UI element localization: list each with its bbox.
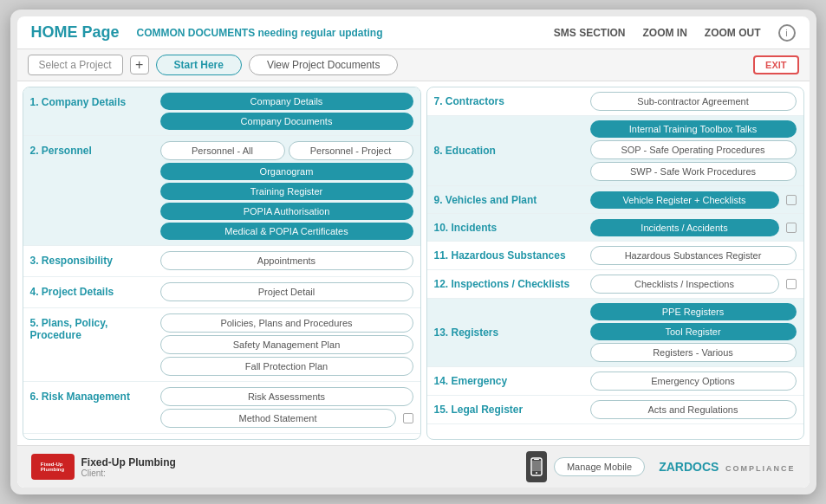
right-label-15: 15. Legal Register [434, 404, 590, 416]
section-company-details: 1. Company Details Company Details Compa… [23, 87, 420, 136]
right-buttons-11: Hazardous Substances Register [590, 246, 797, 265]
app-title: HOME Page [31, 23, 120, 42]
organogram-button[interactable]: Organogram [160, 163, 413, 180]
right-buttons-15: Acts and Regulations [590, 400, 797, 419]
svg-rect-2 [532, 461, 541, 471]
personnel-all-button[interactable]: Personnel - All [160, 141, 285, 160]
personnel-project-button[interactable]: Personnel - Project [289, 141, 413, 160]
section-vehicles-plant: 9. Vehicles and Plant Vehicle Register +… [427, 186, 803, 214]
company-documents-button[interactable]: Company Documents [160, 113, 413, 130]
emergency-options-button[interactable]: Emergency Options [590, 372, 797, 391]
medical-popia-button[interactable]: Medical & POPIA Certificates [160, 223, 413, 240]
svg-point-3 [536, 472, 537, 474]
section-label-5: 5. Plans, Policy, Procedure [30, 313, 160, 341]
add-project-button[interactable]: + [130, 55, 149, 74]
section-buttons-3: Appointments [160, 251, 413, 270]
incidents-indicator [786, 223, 797, 233]
right-buttons-14: Emergency Options [590, 372, 797, 391]
section-incidents: 10. Incidents Incidents / Accidents [427, 214, 803, 242]
policies-plans-button[interactable]: Policies, Plans and Procedures [160, 313, 413, 333]
right-label-11: 11. Hazardous Substances [434, 249, 590, 262]
incidents-accidents-button[interactable]: Incidents / Accidents [590, 219, 779, 236]
section-buttons-2: Personnel - All Personnel - Project Orga… [160, 141, 413, 240]
manage-mobile-button[interactable]: Manage Mobile [554, 457, 645, 476]
project-detail-button[interactable]: Project Detail [160, 282, 413, 301]
right-label-14: 14. Emergency [434, 375, 590, 387]
right-buttons-7: Sub-contractor Agreement [590, 92, 797, 111]
footer-mobile: Manage Mobile [526, 451, 645, 482]
right-label-9: 9. Vehicles and Plant [434, 194, 590, 206]
section-education: 8. Education Internal Training Toolbox T… [427, 116, 803, 186]
section-label-2: 2. Personnel [30, 141, 160, 157]
inspections-indicator [786, 279, 797, 289]
right-panel: 7. Contractors Sub-contractor Agreement … [426, 87, 804, 440]
company-logo: Fixed-UpPlumbing [31, 454, 75, 480]
section-buttons-5: Policies, Plans and Procedures Safety Ma… [160, 313, 413, 376]
right-label-8: 8. Education [434, 145, 590, 157]
hazardous-register-button[interactable]: Hazardous Substances Register [590, 246, 797, 265]
popia-authorisation-button[interactable]: POPIA Authorisation [160, 203, 413, 220]
section-label-1: 1. Company Details [30, 93, 160, 108]
method-statement-button[interactable]: Method Statement [160, 409, 396, 428]
zardocs-brand: ZARDOCS COMPLIANCE [659, 460, 795, 474]
common-docs-label: COMMON DOCUMENTS needing regular updatin… [137, 27, 383, 39]
right-buttons-13: PPE Registers Tool Register Registers - … [590, 303, 797, 362]
section-emergency: 14. Emergency Emergency Options [427, 367, 803, 396]
section-buttons-4: Project Detail [160, 282, 413, 301]
subcontractor-agreement-button[interactable]: Sub-contractor Agreement [590, 92, 797, 111]
vehicles-indicator [786, 195, 797, 205]
fall-protection-plan-button[interactable]: Fall Protection Plan [160, 357, 413, 376]
monitor: HOME Page COMMON DOCUMENTS needing regul… [10, 10, 816, 494]
header-bar: HOME Page COMMON DOCUMENTS needing regul… [17, 16, 810, 49]
client-label: Client: [81, 468, 176, 478]
project-select[interactable]: Select a Project [28, 55, 123, 75]
section-contractors: 7. Contractors Sub-contractor Agreement [427, 87, 803, 116]
section-personnel: 2. Personnel Personnel - All Personnel -… [23, 136, 420, 246]
internal-training-button[interactable]: Internal Training Toolbox Talks [590, 120, 797, 138]
content-area: 1. Company Details Company Details Compa… [17, 81, 810, 445]
info-icon[interactable]: i [778, 24, 796, 42]
zoom-in-button[interactable]: ZOOM IN [643, 27, 687, 39]
right-label-13: 13. Registers [434, 326, 590, 339]
right-label-10: 10. Incidents [434, 222, 590, 234]
right-label-12: 12. Inspections / Checklists [434, 278, 590, 290]
training-register-button[interactable]: Training Register [160, 183, 413, 200]
right-label-7: 7. Contractors [434, 95, 590, 107]
tab-view-project-docs[interactable]: View Project Documents [249, 55, 399, 75]
main-content: Select a Project + Start Here View Proje… [17, 49, 810, 488]
section-buttons-1: Company Details Company Documents [160, 93, 413, 130]
company-details-button[interactable]: Company Details [160, 93, 413, 110]
checklists-button[interactable]: Checklists / Inspections [590, 275, 779, 294]
exit-button[interactable]: EXIT [753, 55, 798, 74]
vehicle-register-button[interactable]: Vehicle Register + Checklists [590, 191, 779, 209]
section-label-6: 6. Risk Management [30, 387, 160, 403]
section-label-4: 4. Project Details [30, 282, 160, 298]
appointments-button[interactable]: Appointments [160, 251, 413, 270]
company-name: Fixed-Up Plumbing [81, 456, 176, 468]
mobile-phone-icon [526, 451, 547, 482]
section-project-details: 4. Project Details Project Detail [23, 277, 420, 308]
sms-section-label: SMS SECTION [554, 27, 626, 39]
left-panel: 1. Company Details Company Details Compa… [23, 87, 421, 440]
registers-various-button[interactable]: Registers - Various [590, 343, 797, 362]
tool-register-button[interactable]: Tool Register [590, 323, 797, 340]
zardocs-logo: ZARDOCS COMPLIANCE [659, 460, 795, 474]
method-statement-indicator [403, 413, 413, 423]
footer-bar: Fixed-UpPlumbing Fixed-Up Plumbing Clien… [17, 445, 810, 488]
section-label-3: 3. Responsibility [30, 251, 160, 267]
tab-start-here[interactable]: Start Here [156, 55, 242, 75]
zoom-out-button[interactable]: ZOOM OUT [705, 27, 761, 39]
risk-assessments-button[interactable]: Risk Assessments [160, 387, 413, 406]
section-legal: 15. Legal Register Acts and Regulations [427, 396, 803, 424]
acts-regulations-button[interactable]: Acts and Regulations [590, 400, 797, 419]
section-inspections: 12. Inspections / Checklists Checklists … [427, 270, 803, 299]
sop-button[interactable]: SOP - Safe Operating Procedures [590, 140, 797, 159]
section-plans-policy: 5. Plans, Policy, Procedure Policies, Pl… [23, 308, 420, 382]
ppe-registers-button[interactable]: PPE Registers [590, 303, 797, 320]
section-risk-management: 6. Risk Management Risk Assessments Meth… [23, 382, 420, 434]
swp-button[interactable]: SWP - Safe Work Procedures [590, 162, 797, 181]
safety-management-plan-button[interactable]: Safety Management Plan [160, 335, 413, 354]
section-hazardous: 11. Hazardous Substances Hazardous Subst… [427, 242, 803, 270]
tab-bar: Select a Project + Start Here View Proje… [17, 49, 810, 81]
section-responsibility: 3. Responsibility Appointments [23, 246, 420, 277]
